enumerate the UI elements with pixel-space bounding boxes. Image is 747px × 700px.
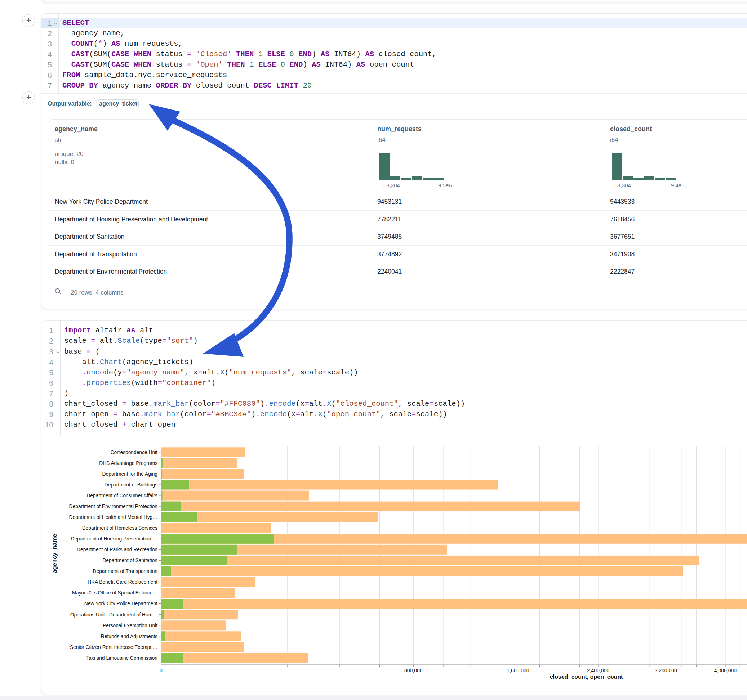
svg-text:Mayorâ€ s Office of Special E: Mayorâ€ s Office of Special Enforce…: [72, 590, 157, 596]
svg-text:Department of Health and Menta: Department of Health and Mental Hyg…: [69, 514, 157, 520]
svg-text:agency_name: agency_name: [51, 534, 57, 573]
svg-text:Senior Citizen Rent Increase E: Senior Citizen Rent Increase Exempti…: [70, 644, 157, 650]
svg-text:Department of Sanitation: Department of Sanitation: [102, 558, 157, 563]
svg-text:4,000,000: 4,000,000: [714, 668, 736, 673]
svg-text:DHS Advantage Programs: DHS Advantage Programs: [99, 460, 157, 466]
svg-text:0: 0: [160, 668, 163, 673]
svg-text:Taxi and Limousine Commission: Taxi and Limousine Commission: [86, 655, 157, 661]
svg-text:Department of Parks and Recrea: Department of Parks and Recreation: [77, 547, 157, 552]
svg-text:Department of Consumer Affairs: Department of Consumer Affairs: [86, 493, 157, 498]
svg-text:1,600,000: 1,600,000: [507, 668, 529, 673]
svg-text:Department of Homeless Service: Department of Homeless Services: [82, 525, 157, 531]
svg-text:HRA Benefit Card Replacement: HRA Benefit Card Replacement: [88, 579, 157, 585]
svg-text:3,200,000: 3,200,000: [655, 668, 677, 673]
svg-text:800,000: 800,000: [404, 668, 423, 673]
svg-text:Correspondence Unit: Correspondence Unit: [110, 450, 158, 455]
svg-text:Department of Buildings: Department of Buildings: [104, 482, 157, 487]
svg-text:Department of Housing Preserva: Department of Housing Preservation …: [71, 536, 157, 542]
svg-text:Department of Environmental Pr: Department of Environmental Protection: [69, 504, 157, 509]
svg-text:closed_count, open_count: closed_count, open_count: [550, 674, 623, 680]
svg-text:New York City Police Departmen: New York City Police Department: [84, 601, 157, 606]
svg-text:Department for the Aging: Department for the Aging: [102, 471, 157, 477]
svg-text:Operations Unit - Department o: Operations Unit - Department of Hom…: [70, 612, 157, 617]
svg-text:Personal Exemption Unit: Personal Exemption Unit: [103, 623, 157, 628]
svg-text:Refunds and Adjustments: Refunds and Adjustments: [101, 634, 157, 639]
svg-text:2,400,000: 2,400,000: [587, 668, 609, 673]
svg-text:Department of Transportation: Department of Transportation: [93, 569, 157, 574]
